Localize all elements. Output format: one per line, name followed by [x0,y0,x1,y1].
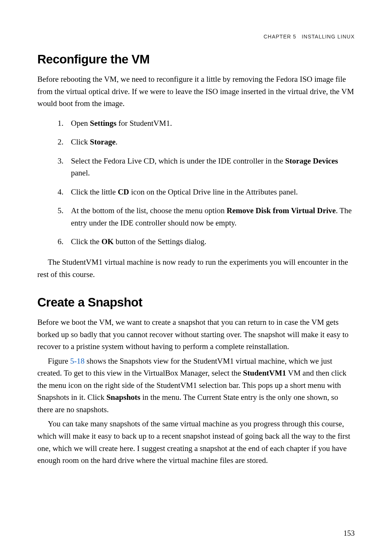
section-heading-reconfigure: Reconfigure the VM [37,52,355,66]
step-number: 5. [52,205,63,217]
step-item: 4.Click the little CD icon on the Optica… [37,186,355,198]
p2-bold2: Snapshots [106,393,140,402]
chapter-title: INSTALLING LINUX [302,34,355,40]
section-heading-snapshot: Create a Snapshot [37,295,355,309]
step-text-post: button of the Settings dialog. [113,237,206,246]
step-text-pre: At the bottom of the list, choose the me… [71,206,227,215]
step-text-pre: Select the Fedora Live CD, which is unde… [71,156,285,165]
step-number: 2. [52,136,63,148]
step-number: 4. [52,186,63,198]
section1-intro: Before rebooting the VM, we need to reco… [37,73,355,110]
step-number: 3. [52,155,63,167]
step-item: 1.Open Settings for StudentVM1. [37,117,355,130]
step-text-pre: Click [71,137,90,146]
step-text-post: icon on the Optical Drive line in the At… [129,187,298,196]
section2-p1: Before we boot the VM, we want to create… [37,316,355,353]
step-item: 3.Select the Fedora Live CD, which is un… [37,155,355,179]
section2-p2: Figure 5-18 shows the Snapshots view for… [37,355,355,416]
section1-outro: The StudentVM1 virtual machine is now re… [37,256,355,280]
chapter-label: CHAPTER 5 [264,34,296,40]
step-text-pre: Click the little [71,187,118,196]
step-number: 6. [52,236,63,248]
page-content: Reconfigure the VM Before rebooting the … [37,52,355,467]
p2-bold1: StudentVM1 [243,368,286,377]
step-item: 2.Click Storage. [37,136,355,148]
step-text-post: for StudentVM1. [116,119,172,128]
step-item: 5.At the bottom of the list, choose the … [37,205,355,229]
step-text-post: panel. [71,168,90,177]
step-text-bold: Storage Devices [285,156,338,165]
p2-pre: Figure [48,357,70,365]
step-text-pre: Click the [71,237,102,246]
step-text-bold: OK [102,237,114,246]
step-text-pre: Open [71,119,90,128]
section2-p3: You can take many snapshots of the same … [37,418,355,466]
running-header: CHAPTER 5 INSTALLING LINUX [264,34,355,40]
figure-reference[interactable]: 5-18 [70,357,85,365]
page-number: 153 [343,529,355,538]
step-text-bold: Remove Disk from Virtual Drive [227,206,336,215]
step-number: 1. [52,117,63,130]
step-text-post: . [116,137,118,146]
steps-list: 1.Open Settings for StudentVM1. 2.Click … [37,117,355,248]
step-text-bold: Storage [90,137,116,146]
step-text-bold: Settings [90,119,116,128]
step-item: 6.Click the OK button of the Settings di… [37,236,355,248]
step-text-bold: CD [118,187,129,196]
